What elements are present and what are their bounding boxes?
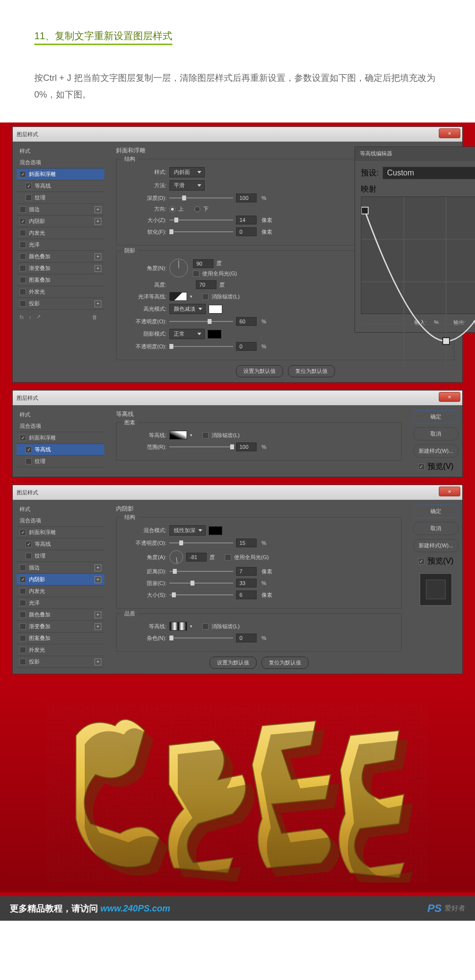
close-button[interactable]: ×: [439, 392, 460, 402]
distance-input[interactable]: 7: [236, 567, 257, 576]
contour-item[interactable]: 等高线: [17, 180, 104, 192]
checkbox-icon[interactable]: [20, 277, 26, 283]
depth-slider[interactable]: [169, 195, 233, 201]
drop-shadow-item[interactable]: 投影+: [17, 656, 104, 668]
checkbox-icon[interactable]: [20, 600, 26, 606]
opacity-slider[interactable]: [169, 540, 233, 546]
close-button[interactable]: ×: [439, 128, 460, 138]
checkbox-icon[interactable]: [20, 206, 26, 213]
size-slider[interactable]: [169, 592, 233, 598]
new-style-button[interactable]: 新建样式(W)...: [413, 539, 458, 552]
inner-shadow-item[interactable]: 内阴影+: [17, 574, 104, 586]
size-input[interactable]: 6: [236, 590, 257, 599]
anti-alias-checkbox[interactable]: [202, 432, 209, 439]
checkbox-icon[interactable]: [20, 588, 26, 594]
noise-input[interactable]: 0: [236, 634, 257, 642]
checkbox-icon[interactable]: [20, 230, 26, 236]
color-overlay-item[interactable]: 颜色叠加+: [17, 609, 104, 621]
highlight-color-swatch[interactable]: [209, 305, 222, 314]
altitude-input[interactable]: 70: [196, 280, 216, 289]
checkbox-icon[interactable]: [25, 195, 32, 201]
contour-preset-select[interactable]: Custom: [382, 167, 475, 179]
dir-up-radio[interactable]: [169, 206, 175, 212]
shadow-opacity-input[interactable]: 0: [236, 342, 257, 351]
texture-item[interactable]: 纹理: [17, 456, 104, 467]
arrow-icon[interactable]: ↗: [36, 314, 41, 320]
angle-dial[interactable]: [169, 259, 188, 277]
stroke-item[interactable]: 描边+: [17, 204, 104, 216]
bevel-emboss-item[interactable]: 斜面和浮雕: [17, 432, 104, 444]
inner-glow-item[interactable]: 内发光: [17, 227, 104, 239]
checkbox-icon[interactable]: [20, 564, 26, 571]
texture-item[interactable]: 纹理: [17, 550, 104, 562]
plus-icon[interactable]: +: [95, 206, 101, 213]
shadow-mode-select[interactable]: 正常: [169, 329, 205, 339]
grad-overlay-item[interactable]: 渐变叠加+: [17, 621, 104, 633]
ok-button[interactable]: 确定: [413, 410, 458, 423]
checkbox-icon[interactable]: [20, 635, 26, 641]
checkbox-icon[interactable]: [20, 253, 26, 260]
checkbox-icon[interactable]: [20, 612, 26, 618]
make-default-button[interactable]: 设置为默认值: [210, 657, 257, 669]
checkbox-icon[interactable]: [25, 183, 32, 189]
shadow-color-swatch[interactable]: [208, 330, 221, 339]
plus-icon[interactable]: +: [95, 612, 101, 618]
checkbox-icon[interactable]: [20, 218, 26, 224]
satin-item[interactable]: 光泽: [17, 597, 104, 609]
close-button[interactable]: ×: [439, 487, 460, 496]
preview-checkbox[interactable]: [418, 558, 425, 564]
preview-checkbox[interactable]: [418, 464, 425, 470]
size-slider[interactable]: [169, 217, 233, 223]
technique-select[interactable]: 平滑: [169, 180, 205, 191]
reset-default-button[interactable]: 复位为默认值: [288, 365, 335, 377]
checkbox-icon[interactable]: [20, 242, 26, 248]
outer-glow-item[interactable]: 外发光: [17, 286, 104, 298]
global-light-checkbox[interactable]: [193, 270, 199, 277]
shadow-opacity-slider[interactable]: [169, 343, 233, 349]
plus-icon[interactable]: +: [95, 300, 101, 307]
highlight-opacity-input[interactable]: 60: [236, 317, 257, 326]
new-style-button[interactable]: 新建样式(W)...: [413, 444, 458, 458]
checkbox-icon[interactable]: [20, 171, 26, 177]
distance-slider[interactable]: [169, 568, 233, 574]
reset-default-button[interactable]: 复位为默认值: [261, 657, 309, 669]
choke-slider[interactable]: [169, 580, 233, 586]
plus-icon[interactable]: +: [95, 218, 101, 225]
plus-icon[interactable]: +: [95, 564, 101, 571]
global-light-checkbox[interactable]: [225, 554, 231, 561]
checkbox-icon[interactable]: [25, 458, 32, 465]
stroke-item[interactable]: 描边+: [17, 562, 104, 574]
outer-glow-item[interactable]: 外发光: [17, 644, 104, 656]
shadow-color-swatch[interactable]: [209, 526, 222, 535]
blend-options[interactable]: 混合选项: [17, 420, 104, 432]
soften-slider[interactable]: [169, 229, 233, 235]
trash-icon[interactable]: 🗑: [92, 314, 97, 320]
depth-input[interactable]: 100: [236, 194, 257, 202]
pattern-overlay-item[interactable]: 图案叠加: [17, 633, 104, 644]
checkbox-icon[interactable]: [20, 265, 26, 271]
checkbox-icon[interactable]: [20, 435, 26, 441]
angle-input[interactable]: -81: [186, 553, 207, 562]
checkbox-icon[interactable]: [25, 446, 32, 453]
contour-item[interactable]: 等高线: [17, 539, 104, 550]
inner-glow-item[interactable]: 内发光: [17, 586, 104, 597]
angle-dial[interactable]: [169, 550, 183, 564]
contour-item[interactable]: 等高线: [17, 444, 104, 456]
blend-options[interactable]: 混合选项: [17, 157, 104, 169]
noise-slider[interactable]: [169, 635, 233, 641]
range-slider[interactable]: [169, 444, 233, 450]
texture-item[interactable]: 纹理: [17, 192, 104, 204]
checkbox-icon[interactable]: [20, 576, 26, 583]
checkbox-icon[interactable]: [25, 553, 32, 559]
anti-alias-checkbox[interactable]: [202, 294, 209, 300]
blend-options[interactable]: 混合选项: [17, 515, 104, 527]
checkbox-icon[interactable]: [20, 647, 26, 653]
size-input[interactable]: 14: [236, 216, 257, 224]
checkbox-icon[interactable]: [20, 529, 26, 536]
range-input[interactable]: 100: [236, 442, 257, 451]
inner-shadow-item[interactable]: 内阴影+: [17, 216, 104, 227]
plus-icon[interactable]: +: [95, 253, 101, 260]
make-default-button[interactable]: 设置为默认值: [236, 365, 283, 377]
anti-alias-checkbox[interactable]: [202, 623, 209, 630]
checkbox-icon[interactable]: [25, 541, 32, 547]
